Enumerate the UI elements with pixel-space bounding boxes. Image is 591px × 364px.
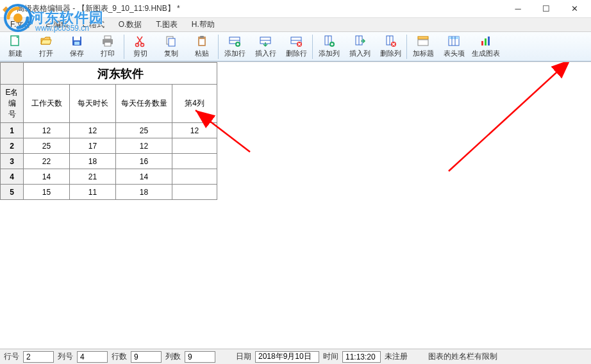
header-item-icon [447,35,460,47]
col-header[interactable]: 每天任务数量 [116,85,172,123]
table-row: 5 15 11 18 [1,185,217,200]
row-header-column[interactable]: E名编号 [1,85,24,123]
delete-col-button[interactable]: 删除列 [375,33,406,61]
paste-icon [196,35,208,47]
menu-edit[interactable]: E.编辑 [39,18,74,31]
svg-rect-40 [488,37,490,46]
close-button[interactable]: ✕ [560,0,588,18]
copy-icon [165,35,178,47]
save-button[interactable]: 保存 [62,33,92,61]
cell[interactable] [172,138,217,154]
sb-colcount-label: 列数 [165,351,181,362]
cell[interactable]: 22 [24,154,70,169]
print-button[interactable]: 打印 [92,33,123,61]
paste-button[interactable]: 粘贴 [187,33,217,61]
gen-chart-button[interactable]: 生成图表 [469,33,503,61]
status-bar: 行号 列号 行数 列数 日期 时间 未注册 图表的姓名栏有限制 [0,349,591,364]
svg-rect-39 [485,38,487,46]
cell[interactable]: 11 [70,185,116,200]
cell[interactable] [172,154,217,169]
add-col-button[interactable]: 添加列 [313,33,344,61]
cut-button[interactable]: 剪切 [125,33,156,61]
cell[interactable]: 14 [24,169,70,185]
svg-line-41 [449,62,570,171]
app-icon: ◆ [3,4,13,14]
toolbar-separator [406,35,407,59]
cell[interactable]: 16 [116,154,172,169]
cell[interactable]: 15 [24,185,70,200]
svg-rect-33 [418,40,428,46]
svg-rect-15 [199,39,204,45]
sb-rownum-input[interactable] [23,351,54,363]
insert-row-button[interactable]: 插入行 [250,33,281,61]
new-icon [9,35,22,47]
maximize-button[interactable]: ☐ [532,0,560,18]
sb-footer-msg: 图表的姓名栏有限制 [428,351,497,362]
delete-col-icon [384,35,397,47]
header-item-button[interactable]: 表头项 [438,33,469,61]
sb-date-label: 日期 [236,351,251,362]
cell[interactable]: 25 [116,123,172,138]
cell[interactable]: 25 [24,138,70,154]
new-button[interactable]: 新建 [0,33,31,61]
open-icon [40,35,53,47]
cell[interactable]: 12 [70,123,116,138]
table-title-cell[interactable]: 河东软件 [24,63,217,85]
sb-time-input[interactable] [342,351,381,363]
svg-rect-35 [449,37,459,39]
sb-time-label: 时间 [323,351,338,362]
cell[interactable]: 21 [70,169,116,185]
insert-col-button[interactable]: 插入列 [344,33,375,61]
cell[interactable]: 17 [70,138,116,154]
menu-file[interactable]: F.文件 [4,18,38,31]
sb-rownum-label: 行号 [4,351,19,362]
add-row-button[interactable]: 添加行 [219,33,250,61]
col-header[interactable]: 第4列 [172,85,217,123]
cell[interactable]: 12 [116,138,172,154]
cell[interactable]: 12 [24,123,70,138]
sb-colnum-input[interactable] [77,351,108,363]
cell[interactable]: 18 [70,154,116,169]
svg-rect-6 [104,36,111,39]
spreadsheet-table[interactable]: 河东软件 E名编号 工作天数 每天时长 每天任务数量 第4列 1 12 12 2… [0,62,217,200]
menu-help[interactable]: H.帮助 [185,18,221,31]
svg-point-9 [136,44,139,47]
save-icon [71,35,83,47]
row-number[interactable]: 4 [1,169,24,185]
svg-rect-32 [418,37,428,39]
title-bar: ◆ 高级表格编辑器 - 【新图表_9_10_11:9.HNB】 * ─ ☐ ✕ [0,0,591,18]
cell[interactable] [172,169,217,185]
sb-reg-status: 未注册 [385,351,408,362]
col-header[interactable]: 每天时长 [70,85,116,123]
print-icon [101,35,114,47]
menu-data[interactable]: O.数据 [112,18,149,31]
window-title: 高级表格编辑器 - 【新图表_9_10_11:9.HNB】 * [17,3,504,14]
row-number[interactable]: 1 [1,123,24,138]
delete-row-button[interactable]: 删除行 [281,33,312,61]
row-number[interactable]: 2 [1,138,24,154]
cell[interactable]: 12 [172,123,217,138]
sb-colcount-input[interactable] [185,351,215,363]
sb-date-input[interactable] [255,351,319,363]
menu-chart[interactable]: T.图表 [149,18,183,31]
sb-rowcount-input[interactable] [131,351,162,363]
svg-rect-5 [74,42,79,45]
add-col-icon [322,35,335,47]
sb-rowcount-label: 行数 [112,351,127,362]
svg-rect-12 [169,38,175,46]
content-area: 河东软件 E名编号 工作天数 每天时长 每天任务数量 第4列 1 12 12 2… [0,62,591,349]
copy-button[interactable]: 复制 [156,33,187,61]
cell[interactable]: 14 [116,169,172,185]
corner-cell[interactable] [1,63,24,85]
open-button[interactable]: 打开 [31,33,62,61]
add-title-button[interactable]: 加标题 [408,33,438,61]
row-number[interactable]: 5 [1,185,24,200]
menu-format[interactable]: L.格式 [76,18,111,31]
minimize-button[interactable]: ─ [504,0,532,18]
cell[interactable] [172,185,217,200]
row-number[interactable]: 3 [1,154,24,169]
toolbar-separator [218,35,219,59]
cell[interactable]: 18 [116,185,172,200]
col-header[interactable]: 工作天数 [24,85,70,123]
toolbar: 新建 打开 保存 打印 剪切 复制 粘贴 添加行 插入行 删除行 添加列 [0,32,591,62]
